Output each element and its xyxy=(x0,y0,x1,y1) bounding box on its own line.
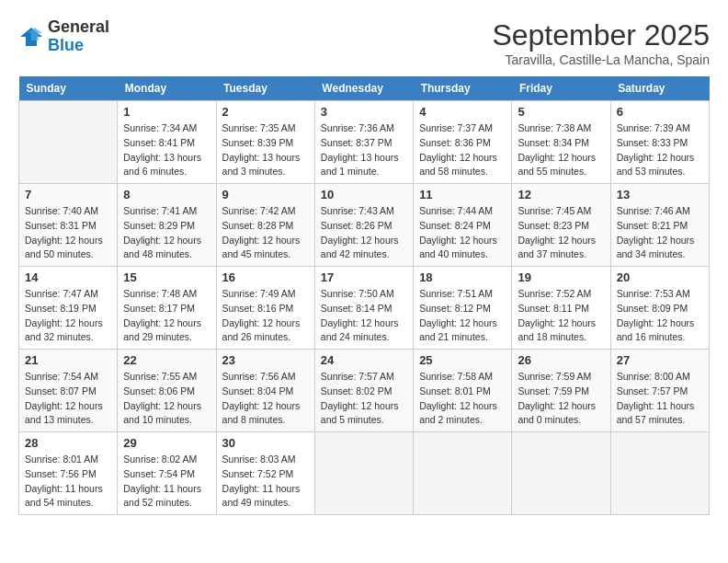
day-number: 21 xyxy=(25,353,111,367)
day-info: Sunrise: 7:47 AMSunset: 8:19 PMDaylight:… xyxy=(25,287,111,345)
day-number: 9 xyxy=(222,188,309,201)
day-number: 26 xyxy=(518,353,604,367)
weekday-header-row: SundayMondayTuesdayWednesdayThursdayFrid… xyxy=(19,76,710,101)
calendar-cell: 29Sunrise: 8:02 AMSunset: 7:54 PMDayligh… xyxy=(118,432,216,515)
logo-icon xyxy=(18,24,44,50)
day-info: Sunrise: 7:34 AMSunset: 8:41 PMDaylight:… xyxy=(123,121,210,179)
day-number: 12 xyxy=(518,188,604,201)
day-number: 30 xyxy=(222,436,309,450)
day-info: Sunrise: 8:03 AMSunset: 7:52 PMDaylight:… xyxy=(222,453,309,511)
calendar-cell: 2Sunrise: 7:35 AMSunset: 8:39 PMDaylight… xyxy=(216,101,314,184)
logo: General Blue xyxy=(18,18,109,55)
calendar-cell: 4Sunrise: 7:37 AMSunset: 8:36 PMDaylight… xyxy=(414,101,512,184)
calendar-cell: 15Sunrise: 7:48 AMSunset: 8:17 PMDayligh… xyxy=(118,267,216,350)
weekday-header-sunday: Sunday xyxy=(19,76,118,101)
day-number: 18 xyxy=(419,270,506,284)
day-info: Sunrise: 7:45 AMSunset: 8:23 PMDaylight:… xyxy=(518,204,604,262)
day-number: 4 xyxy=(419,105,506,119)
calendar-cell: 1Sunrise: 7:34 AMSunset: 8:41 PMDaylight… xyxy=(118,101,216,184)
day-info: Sunrise: 7:57 AMSunset: 8:02 PMDaylight:… xyxy=(321,370,407,428)
weekday-header-tuesday: Tuesday xyxy=(216,76,314,101)
calendar-cell: 17Sunrise: 7:50 AMSunset: 8:14 PMDayligh… xyxy=(314,267,413,350)
day-info: Sunrise: 7:48 AMSunset: 8:17 PMDaylight:… xyxy=(123,287,210,345)
day-number: 7 xyxy=(25,188,111,201)
weekday-header-monday: Monday xyxy=(118,76,216,101)
logo-blue: Blue xyxy=(48,36,84,54)
day-number: 5 xyxy=(518,105,604,119)
calendar-cell: 7Sunrise: 7:40 AMSunset: 8:31 PMDaylight… xyxy=(19,184,118,267)
calendar-cell: 22Sunrise: 7:55 AMSunset: 8:06 PMDayligh… xyxy=(118,350,216,432)
day-number: 8 xyxy=(123,188,210,201)
day-info: Sunrise: 7:42 AMSunset: 8:28 PMDaylight:… xyxy=(222,204,309,262)
day-info: Sunrise: 7:44 AMSunset: 8:24 PMDaylight:… xyxy=(419,204,506,262)
day-number: 24 xyxy=(321,353,407,367)
title-block: September 2025 Taravilla, Castille-La Ma… xyxy=(492,18,710,67)
day-number: 2 xyxy=(222,105,309,119)
calendar-table: SundayMondayTuesdayWednesdayThursdayFrid… xyxy=(18,76,710,515)
calendar-cell xyxy=(414,432,512,515)
day-info: Sunrise: 7:50 AMSunset: 8:14 PMDaylight:… xyxy=(321,287,407,345)
page-header: General Blue September 2025 Taravilla, C… xyxy=(18,18,710,67)
day-info: Sunrise: 7:40 AMSunset: 8:31 PMDaylight:… xyxy=(25,204,111,262)
day-info: Sunrise: 7:58 AMSunset: 8:01 PMDaylight:… xyxy=(419,370,506,428)
calendar-cell: 10Sunrise: 7:43 AMSunset: 8:26 PMDayligh… xyxy=(314,184,413,267)
calendar-cell: 19Sunrise: 7:52 AMSunset: 8:11 PMDayligh… xyxy=(512,267,610,350)
day-number: 16 xyxy=(222,270,309,284)
calendar-cell: 16Sunrise: 7:49 AMSunset: 8:16 PMDayligh… xyxy=(216,267,314,350)
calendar-cell: 8Sunrise: 7:41 AMSunset: 8:29 PMDaylight… xyxy=(118,184,216,267)
day-number: 25 xyxy=(419,353,506,367)
calendar-cell xyxy=(610,432,709,515)
calendar-cell: 21Sunrise: 7:54 AMSunset: 8:07 PMDayligh… xyxy=(19,350,118,432)
day-info: Sunrise: 7:49 AMSunset: 8:16 PMDaylight:… xyxy=(222,287,309,345)
week-row-2: 7Sunrise: 7:40 AMSunset: 8:31 PMDaylight… xyxy=(19,184,710,267)
logo-general: General xyxy=(48,17,109,36)
calendar-cell: 18Sunrise: 7:51 AMSunset: 8:12 PMDayligh… xyxy=(414,267,512,350)
weekday-header-friday: Friday xyxy=(512,76,610,101)
day-info: Sunrise: 7:41 AMSunset: 8:29 PMDaylight:… xyxy=(123,204,210,262)
week-row-5: 28Sunrise: 8:01 AMSunset: 7:56 PMDayligh… xyxy=(19,432,710,515)
calendar-cell xyxy=(19,101,118,184)
day-number: 22 xyxy=(123,353,210,367)
day-number: 6 xyxy=(617,105,703,119)
week-row-3: 14Sunrise: 7:47 AMSunset: 8:19 PMDayligh… xyxy=(19,267,710,350)
day-info: Sunrise: 8:01 AMSunset: 7:56 PMDaylight:… xyxy=(25,453,111,511)
day-info: Sunrise: 7:55 AMSunset: 8:06 PMDaylight:… xyxy=(123,370,210,428)
day-info: Sunrise: 7:51 AMSunset: 8:12 PMDaylight:… xyxy=(419,287,506,345)
day-info: Sunrise: 7:37 AMSunset: 8:36 PMDaylight:… xyxy=(419,121,506,179)
calendar-cell: 14Sunrise: 7:47 AMSunset: 8:19 PMDayligh… xyxy=(19,267,118,350)
weekday-header-saturday: Saturday xyxy=(610,76,709,101)
logo-text: General Blue xyxy=(48,18,109,55)
week-row-1: 1Sunrise: 7:34 AMSunset: 8:41 PMDaylight… xyxy=(19,101,710,184)
day-number: 3 xyxy=(321,105,407,119)
calendar-cell: 12Sunrise: 7:45 AMSunset: 8:23 PMDayligh… xyxy=(512,184,610,267)
calendar-cell: 13Sunrise: 7:46 AMSunset: 8:21 PMDayligh… xyxy=(610,184,709,267)
day-number: 10 xyxy=(321,188,407,201)
calendar-cell: 9Sunrise: 7:42 AMSunset: 8:28 PMDaylight… xyxy=(216,184,314,267)
calendar-cell: 30Sunrise: 8:03 AMSunset: 7:52 PMDayligh… xyxy=(216,432,314,515)
calendar-cell: 23Sunrise: 7:56 AMSunset: 8:04 PMDayligh… xyxy=(216,350,314,432)
calendar-cell: 6Sunrise: 7:39 AMSunset: 8:33 PMDaylight… xyxy=(610,101,709,184)
calendar-cell: 25Sunrise: 7:58 AMSunset: 8:01 PMDayligh… xyxy=(414,350,512,432)
calendar-cell: 20Sunrise: 7:53 AMSunset: 8:09 PMDayligh… xyxy=(610,267,709,350)
day-info: Sunrise: 7:54 AMSunset: 8:07 PMDaylight:… xyxy=(25,370,111,428)
calendar-cell: 11Sunrise: 7:44 AMSunset: 8:24 PMDayligh… xyxy=(414,184,512,267)
day-info: Sunrise: 7:35 AMSunset: 8:39 PMDaylight:… xyxy=(222,121,309,179)
calendar-cell: 26Sunrise: 7:59 AMSunset: 7:59 PMDayligh… xyxy=(512,350,610,432)
day-number: 28 xyxy=(25,436,111,450)
day-number: 13 xyxy=(617,188,703,201)
day-number: 19 xyxy=(518,270,604,284)
day-info: Sunrise: 7:52 AMSunset: 8:11 PMDaylight:… xyxy=(518,287,604,345)
calendar-cell xyxy=(512,432,610,515)
day-info: Sunrise: 8:02 AMSunset: 7:54 PMDaylight:… xyxy=(123,453,210,511)
location-subtitle: Taravilla, Castille-La Mancha, Spain xyxy=(492,52,710,67)
calendar-cell: 24Sunrise: 7:57 AMSunset: 8:02 PMDayligh… xyxy=(314,350,413,432)
weekday-header-wednesday: Wednesday xyxy=(314,76,413,101)
day-number: 1 xyxy=(123,105,210,119)
day-number: 27 xyxy=(617,353,703,367)
calendar-cell: 5Sunrise: 7:38 AMSunset: 8:34 PMDaylight… xyxy=(512,101,610,184)
day-info: Sunrise: 7:36 AMSunset: 8:37 PMDaylight:… xyxy=(321,121,407,179)
day-number: 11 xyxy=(419,188,506,201)
day-info: Sunrise: 7:56 AMSunset: 8:04 PMDaylight:… xyxy=(222,370,309,428)
calendar-cell: 3Sunrise: 7:36 AMSunset: 8:37 PMDaylight… xyxy=(314,101,413,184)
day-number: 23 xyxy=(222,353,309,367)
